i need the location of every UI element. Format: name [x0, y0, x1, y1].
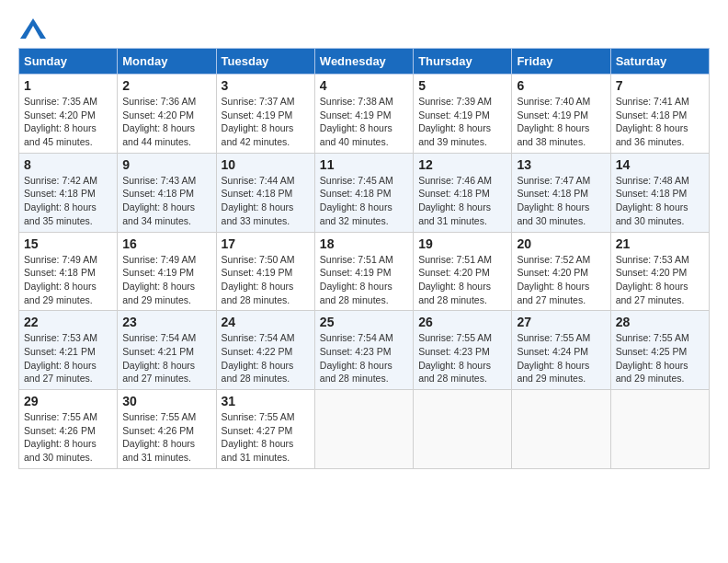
day-number: 24 — [222, 315, 310, 329]
calendar-cell: 24 Sunrise: 7:54 AMSunset: 4:22 PMDaylig… — [216, 311, 314, 390]
day-of-week-header: Monday — [118, 49, 216, 75]
day-info: Sunrise: 7:42 AMSunset: 4:18 PMDaylight:… — [24, 175, 97, 226]
day-info: Sunrise: 7:55 AMSunset: 4:26 PMDaylight:… — [122, 411, 196, 463]
day-number: 3 — [222, 78, 310, 93]
day-of-week-header: Saturday — [610, 49, 709, 75]
calendar-cell — [610, 390, 709, 469]
calendar-table: SundayMondayTuesdayWednesdayThursdayFrid… — [18, 48, 710, 469]
day-info: Sunrise: 7:55 AMSunset: 4:26 PMDaylight:… — [24, 411, 97, 463]
day-number: 17 — [222, 236, 310, 251]
calendar-cell: 6 Sunrise: 7:40 AMSunset: 4:19 PMDayligh… — [512, 75, 610, 154]
day-info: Sunrise: 7:55 AMSunset: 4:27 PMDaylight:… — [222, 411, 295, 463]
calendar-week-row: 15 Sunrise: 7:49 AMSunset: 4:18 PMDaylig… — [19, 232, 710, 311]
calendar-cell — [414, 390, 512, 469]
day-number: 20 — [517, 236, 605, 251]
day-info: Sunrise: 7:39 AMSunset: 4:19 PMDaylight:… — [418, 96, 492, 147]
day-info: Sunrise: 7:51 AMSunset: 4:19 PMDaylight:… — [320, 254, 393, 305]
calendar-cell: 27 Sunrise: 7:55 AMSunset: 4:24 PMDaylig… — [512, 311, 610, 390]
day-number: 27 — [517, 315, 605, 329]
calendar-cell — [314, 390, 413, 469]
day-info: Sunrise: 7:53 AMSunset: 4:21 PMDaylight:… — [24, 332, 97, 384]
logo-icon — [20, 18, 46, 39]
day-of-week-header: Wednesday — [314, 49, 413, 75]
day-info: Sunrise: 7:51 AMSunset: 4:20 PMDaylight:… — [418, 254, 492, 305]
calendar-cell: 23 Sunrise: 7:54 AMSunset: 4:21 PMDaylig… — [118, 311, 216, 390]
calendar-header-row: SundayMondayTuesdayWednesdayThursdayFrid… — [19, 49, 710, 75]
day-number: 10 — [222, 157, 310, 172]
day-info: Sunrise: 7:54 AMSunset: 4:21 PMDaylight:… — [122, 332, 196, 384]
day-info: Sunrise: 7:35 AMSunset: 4:20 PMDaylight:… — [24, 96, 97, 147]
calendar-cell: 29 Sunrise: 7:55 AMSunset: 4:26 PMDaylig… — [19, 390, 118, 469]
calendar-cell: 5 Sunrise: 7:39 AMSunset: 4:19 PMDayligh… — [414, 75, 512, 154]
calendar-cell: 11 Sunrise: 7:45 AMSunset: 4:18 PMDaylig… — [314, 153, 413, 232]
day-info: Sunrise: 7:41 AMSunset: 4:18 PMDaylight:… — [616, 96, 689, 147]
day-info: Sunrise: 7:50 AMSunset: 4:19 PMDaylight:… — [222, 254, 295, 305]
calendar-cell: 25 Sunrise: 7:54 AMSunset: 4:23 PMDaylig… — [314, 311, 413, 390]
day-number: 25 — [320, 315, 408, 329]
calendar-cell: 22 Sunrise: 7:53 AMSunset: 4:21 PMDaylig… — [19, 311, 118, 390]
day-of-week-header: Friday — [512, 49, 610, 75]
calendar-week-row: 1 Sunrise: 7:35 AMSunset: 4:20 PMDayligh… — [19, 75, 710, 154]
calendar-cell: 30 Sunrise: 7:55 AMSunset: 4:26 PMDaylig… — [118, 390, 216, 469]
day-number: 18 — [320, 236, 408, 251]
calendar-cell: 10 Sunrise: 7:44 AMSunset: 4:18 PMDaylig… — [216, 153, 314, 232]
day-number: 15 — [24, 236, 112, 251]
day-number: 16 — [122, 236, 210, 251]
day-info: Sunrise: 7:55 AMSunset: 4:23 PMDaylight:… — [418, 332, 492, 384]
day-info: Sunrise: 7:52 AMSunset: 4:20 PMDaylight:… — [517, 254, 590, 305]
day-number: 1 — [24, 78, 112, 93]
day-info: Sunrise: 7:55 AMSunset: 4:24 PMDaylight:… — [517, 332, 590, 384]
day-number: 23 — [122, 315, 210, 329]
day-number: 4 — [320, 78, 408, 93]
day-number: 26 — [418, 315, 506, 329]
day-info: Sunrise: 7:48 AMSunset: 4:18 PMDaylight:… — [616, 175, 689, 226]
day-number: 11 — [320, 157, 408, 172]
day-number: 7 — [616, 78, 704, 93]
calendar-cell: 31 Sunrise: 7:55 AMSunset: 4:27 PMDaylig… — [216, 390, 314, 469]
day-number: 6 — [517, 78, 605, 93]
day-number: 2 — [122, 78, 210, 93]
day-of-week-header: Tuesday — [216, 49, 314, 75]
day-number: 31 — [222, 394, 310, 408]
calendar-cell: 20 Sunrise: 7:52 AMSunset: 4:20 PMDaylig… — [512, 232, 610, 311]
day-info: Sunrise: 7:49 AMSunset: 4:18 PMDaylight:… — [24, 254, 97, 305]
calendar-cell: 1 Sunrise: 7:35 AMSunset: 4:20 PMDayligh… — [19, 75, 118, 154]
day-number: 29 — [24, 394, 112, 408]
calendar-cell: 18 Sunrise: 7:51 AMSunset: 4:19 PMDaylig… — [314, 232, 413, 311]
day-info: Sunrise: 7:38 AMSunset: 4:19 PMDaylight:… — [320, 96, 393, 147]
calendar-week-row: 29 Sunrise: 7:55 AMSunset: 4:26 PMDaylig… — [19, 390, 710, 469]
day-number: 8 — [24, 157, 112, 172]
day-info: Sunrise: 7:40 AMSunset: 4:19 PMDaylight:… — [517, 96, 590, 147]
day-number: 19 — [418, 236, 506, 251]
day-info: Sunrise: 7:45 AMSunset: 4:18 PMDaylight:… — [320, 175, 393, 226]
calendar-cell: 13 Sunrise: 7:47 AMSunset: 4:18 PMDaylig… — [512, 153, 610, 232]
day-info: Sunrise: 7:36 AMSunset: 4:20 PMDaylight:… — [122, 96, 196, 147]
calendar-cell: 14 Sunrise: 7:48 AMSunset: 4:18 PMDaylig… — [610, 153, 709, 232]
calendar-cell: 12 Sunrise: 7:46 AMSunset: 4:18 PMDaylig… — [414, 153, 512, 232]
calendar-cell: 8 Sunrise: 7:42 AMSunset: 4:18 PMDayligh… — [19, 153, 118, 232]
day-number: 22 — [24, 315, 112, 329]
day-number: 30 — [122, 394, 210, 408]
calendar-cell: 4 Sunrise: 7:38 AMSunset: 4:19 PMDayligh… — [314, 75, 413, 154]
calendar-cell: 3 Sunrise: 7:37 AMSunset: 4:19 PMDayligh… — [216, 75, 314, 154]
day-info: Sunrise: 7:46 AMSunset: 4:18 PMDaylight:… — [418, 175, 492, 226]
day-info: Sunrise: 7:43 AMSunset: 4:18 PMDaylight:… — [122, 175, 196, 226]
calendar-cell: 21 Sunrise: 7:53 AMSunset: 4:20 PMDaylig… — [610, 232, 709, 311]
calendar-cell: 17 Sunrise: 7:50 AMSunset: 4:19 PMDaylig… — [216, 232, 314, 311]
day-number: 5 — [418, 78, 506, 93]
calendar-cell: 16 Sunrise: 7:49 AMSunset: 4:19 PMDaylig… — [118, 232, 216, 311]
logo — [18, 18, 46, 39]
calendar-week-row: 8 Sunrise: 7:42 AMSunset: 4:18 PMDayligh… — [19, 153, 710, 232]
calendar-cell: 7 Sunrise: 7:41 AMSunset: 4:18 PMDayligh… — [610, 75, 709, 154]
day-of-week-header: Thursday — [414, 49, 512, 75]
calendar-cell: 2 Sunrise: 7:36 AMSunset: 4:20 PMDayligh… — [118, 75, 216, 154]
calendar-cell: 26 Sunrise: 7:55 AMSunset: 4:23 PMDaylig… — [414, 311, 512, 390]
day-number: 9 — [122, 157, 210, 172]
day-info: Sunrise: 7:53 AMSunset: 4:20 PMDaylight:… — [616, 254, 689, 305]
day-info: Sunrise: 7:54 AMSunset: 4:22 PMDaylight:… — [222, 332, 295, 384]
day-number: 12 — [418, 157, 506, 172]
day-info: Sunrise: 7:55 AMSunset: 4:25 PMDaylight:… — [616, 332, 689, 384]
calendar-cell: 9 Sunrise: 7:43 AMSunset: 4:18 PMDayligh… — [118, 153, 216, 232]
day-number: 21 — [616, 236, 704, 251]
day-of-week-header: Sunday — [19, 49, 118, 75]
